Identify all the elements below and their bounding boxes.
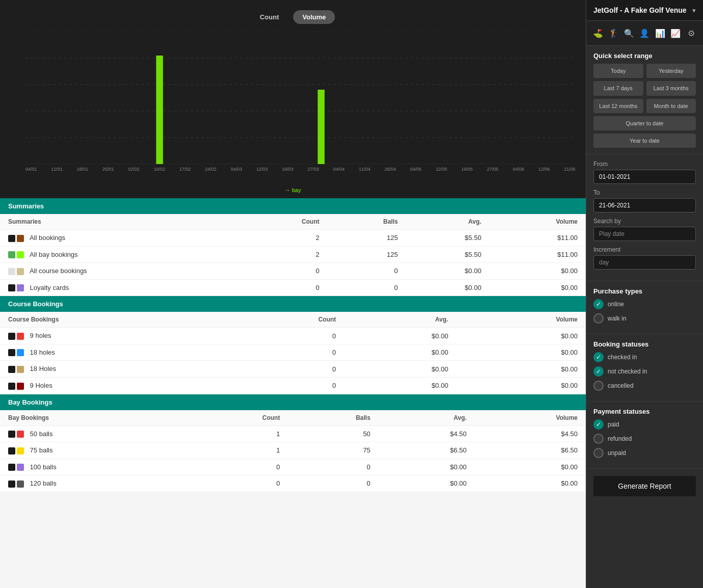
generate-report-button[interactable]: Generate Report [593, 476, 696, 496]
summaries-col-volume: Volume [489, 214, 586, 230]
row-name-cell: 18 holes [0, 344, 228, 361]
search-by-input[interactable] [593, 227, 696, 241]
quick-select-grid: Today Yesterday Last 7 days Last 3 month… [593, 64, 696, 148]
cancelled-checkbox-item[interactable]: cancelled [593, 381, 696, 391]
quartertodate-button[interactable]: Quarter to date [593, 116, 696, 130]
tables-area: Summaries Summaries Count Balls Avg. Vol… [0, 198, 586, 588]
course-bookings-table: Course Bookings Count Avg. Volume 9 hole… [0, 312, 586, 394]
last12months-button[interactable]: Last 12 months [593, 99, 643, 113]
nav-icon-chart-bar[interactable]: 📊 [653, 26, 667, 40]
row-name-cell: Loyalty cards [0, 279, 241, 296]
not-checked-in-checkbox-item[interactable]: not checked in [593, 366, 696, 377]
not-checked-in-checkbox[interactable] [593, 366, 604, 377]
refunded-checkbox[interactable] [593, 434, 604, 444]
last7days-button[interactable]: Last 7 days [593, 81, 643, 95]
row-name-cell: All course bookings [0, 263, 241, 280]
row-volume-cell: $11.00 [489, 246, 586, 263]
row-volume-cell: $4.50 [475, 425, 586, 442]
nav-icon-chart-line[interactable]: 📈 [668, 26, 683, 40]
x-label: 04/04 [333, 167, 345, 172]
row-avg-cell: $0.00 [379, 475, 475, 492]
row-count-cell: 1 [189, 425, 288, 442]
checked-in-checkbox[interactable] [593, 352, 604, 362]
row-balls-cell: 0 [288, 475, 378, 492]
x-label: 11/01 [51, 167, 63, 172]
x-label: 27/05 [487, 167, 499, 172]
nav-icon-user[interactable]: 👤 [637, 26, 652, 40]
nav-icon-golf[interactable]: ⛳ [591, 26, 605, 40]
row-avg-cell: $0.00 [379, 459, 475, 475]
table-row: All bay bookings 2 125 $5.50 $11.00 [0, 246, 586, 263]
x-label: 12/03 [256, 167, 268, 172]
from-input[interactable] [593, 170, 696, 184]
row-balls-cell: 75 [288, 442, 378, 459]
today-button[interactable]: Today [593, 64, 643, 78]
nav-icon-player[interactable]: 🏌 [607, 26, 621, 40]
from-label: From [593, 161, 696, 168]
unpaid-checkbox[interactable] [593, 448, 604, 458]
summaries-section: Summaries Summaries Count Balls Avg. Vol… [0, 198, 586, 296]
paid-checkbox[interactable] [593, 419, 604, 430]
svg-rect-11 [156, 56, 163, 164]
row-volume-cell: $0.00 [456, 361, 586, 378]
monthtodate-button[interactable]: Month to date [646, 99, 696, 113]
row-avg-cell: $0.00 [344, 361, 456, 378]
row-name-cell: 9 Holes [0, 377, 228, 394]
row-volume-cell: $0.00 [489, 279, 586, 296]
row-balls-cell: 125 [327, 230, 406, 247]
row-avg-cell: $0.00 [344, 328, 456, 344]
volume-toggle-button[interactable]: Volume [293, 10, 335, 24]
row-avg-cell: $0.00 [406, 263, 489, 280]
nav-icon-search[interactable]: 🔍 [622, 26, 636, 40]
row-balls-cell: 0 [327, 279, 406, 296]
row-avg-cell: $5.50 [406, 230, 489, 247]
row-balls-cell: 0 [327, 263, 406, 280]
to-input[interactable] [593, 198, 696, 212]
row-name-cell: 9 holes [0, 328, 228, 344]
last3months-button[interactable]: Last 3 months [646, 81, 696, 95]
bay-col-name: Bay Bookings [0, 410, 189, 426]
nav-icon-settings[interactable]: ⚙ [684, 26, 698, 40]
table-row: All bookings 2 125 $5.50 $11.00 [0, 230, 586, 247]
summaries-col-avg: Avg. [406, 214, 489, 230]
walkin-checkbox-item[interactable]: walk in [593, 313, 696, 324]
summaries-col-name: Summaries [0, 214, 241, 230]
row-name-cell: All bookings [0, 230, 241, 247]
paid-checkbox-item[interactable]: paid [593, 419, 696, 430]
quick-select-title: Quick select range [593, 52, 696, 60]
purchase-types-title: Purchase types [593, 287, 696, 295]
online-checkbox[interactable] [593, 299, 604, 309]
online-checkbox-item[interactable]: online [593, 299, 696, 309]
refunded-checkbox-item[interactable]: refunded [593, 434, 696, 444]
row-volume-cell: $0.00 [456, 377, 586, 394]
svg-rect-12 [318, 90, 324, 164]
sidebar-title: JetGolf - A Fake Golf Venue [593, 6, 687, 14]
yeartodate-button[interactable]: Year to date [593, 133, 696, 148]
cancelled-label: cancelled [608, 382, 634, 389]
row-count-cell: 2 [241, 230, 327, 247]
count-toggle-button[interactable]: Count [251, 10, 289, 24]
row-name-cell: All bay bookings [0, 246, 241, 263]
row-count-cell: 2 [241, 246, 327, 263]
paid-label: paid [608, 421, 619, 428]
checked-in-label: checked in [608, 354, 637, 361]
online-label: online [608, 301, 624, 308]
table-row: 50 balls 1 50 $4.50 $4.50 [0, 425, 586, 442]
yesterday-button[interactable]: Yesterday [646, 64, 696, 78]
course-col-volume: Volume [456, 312, 586, 328]
walkin-checkbox[interactable] [593, 313, 604, 324]
unpaid-checkbox-item[interactable]: unpaid [593, 448, 696, 458]
checked-in-checkbox-item[interactable]: checked in [593, 352, 696, 362]
bay-bookings-table: Bay Bookings Count Balls Avg. Volume 50 … [0, 410, 586, 492]
x-label: 12/06 [538, 167, 550, 172]
cancelled-checkbox[interactable] [593, 381, 604, 391]
booking-statuses-title: Booking statuses [593, 340, 696, 348]
x-label: 11/04 [359, 167, 371, 172]
course-col-name: Course Bookings [0, 312, 228, 328]
date-range-section: From To Search by Increment [586, 154, 703, 281]
row-count-cell: 0 [228, 344, 344, 361]
search-by-group: Search by [593, 218, 696, 241]
increment-input[interactable] [593, 255, 696, 270]
chart-svg: 0 2 4 6 8 [25, 32, 576, 164]
chevron-down-icon[interactable]: ▾ [692, 7, 696, 14]
